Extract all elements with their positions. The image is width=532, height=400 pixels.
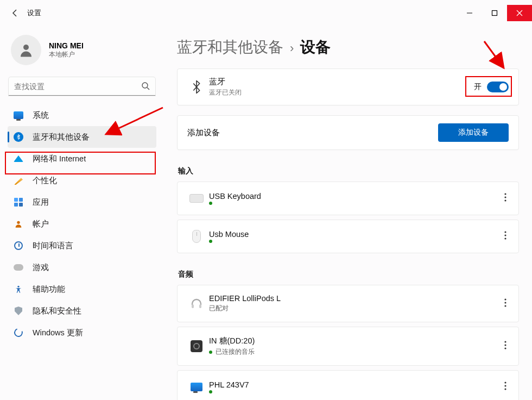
add-device-label: 添加设备 bbox=[187, 128, 220, 138]
svg-rect-13 bbox=[192, 304, 194, 308]
minimize-button[interactable] bbox=[457, 5, 482, 21]
avatar bbox=[11, 35, 41, 65]
more-button[interactable] bbox=[502, 379, 509, 395]
svg-point-17 bbox=[504, 305, 506, 307]
more-button[interactable] bbox=[502, 229, 509, 244]
breadcrumb-parent[interactable]: 蓝牙和其他设备 bbox=[177, 37, 283, 58]
sidebar-item-label: 时间和语言 bbox=[33, 241, 73, 251]
account-type: 本地帐户 bbox=[49, 50, 84, 59]
headphones-icon bbox=[187, 297, 206, 310]
add-device-button[interactable]: 添加设备 bbox=[438, 123, 509, 142]
svg-point-18 bbox=[504, 341, 506, 342]
minimize-icon bbox=[466, 10, 473, 16]
more-vertical-icon bbox=[504, 231, 506, 240]
svg-rect-14 bbox=[199, 304, 201, 308]
status-dot-icon bbox=[209, 240, 212, 243]
nav-list: 系统 蓝牙和其他设备 网络和 Internet 个性化 应用 帐户 bbox=[8, 104, 156, 343]
sidebar-item-label: Windows 更新 bbox=[33, 328, 83, 338]
sidebar-item-gaming[interactable]: 游戏 bbox=[8, 257, 156, 278]
close-button[interactable] bbox=[507, 5, 532, 21]
device-row-mouse[interactable]: Usb Mouse bbox=[177, 220, 519, 253]
svg-point-12 bbox=[504, 238, 506, 239]
more-button[interactable] bbox=[502, 296, 509, 311]
search-box[interactable] bbox=[9, 77, 155, 96]
gamepad-icon bbox=[13, 264, 24, 271]
bluetooth-card: 蓝牙 蓝牙已关闭 开 bbox=[177, 68, 519, 105]
status-dot-icon bbox=[209, 351, 212, 354]
sidebar-item-accessibility[interactable]: 辅助功能 bbox=[8, 278, 156, 300]
more-vertical-icon bbox=[504, 298, 506, 307]
maximize-icon bbox=[491, 10, 498, 16]
shield-icon bbox=[13, 307, 24, 315]
chevron-right-icon: › bbox=[290, 41, 294, 55]
keyboard-icon bbox=[187, 194, 206, 203]
sidebar-item-apps[interactable]: 应用 bbox=[8, 191, 156, 213]
sidebar-item-label: 帐户 bbox=[33, 219, 49, 229]
svg-point-21 bbox=[504, 382, 506, 383]
back-button[interactable] bbox=[7, 4, 24, 22]
device-row-headphones[interactable]: EDIFIER LolliPods L 已配对 bbox=[177, 285, 519, 322]
section-audio-label: 音频 bbox=[178, 270, 519, 279]
svg-point-3 bbox=[142, 83, 148, 88]
sidebar-item-system[interactable]: 系统 bbox=[8, 104, 156, 126]
device-sub: 已连接的音乐 bbox=[216, 347, 255, 357]
device-name: IN 糖(DD:20) bbox=[209, 336, 502, 346]
wifi-icon bbox=[13, 155, 24, 162]
svg-point-20 bbox=[504, 347, 506, 349]
breadcrumb-current: 设备 bbox=[300, 37, 331, 58]
bluetooth-title: 蓝牙 bbox=[209, 77, 474, 87]
sidebar-item-label: 个性化 bbox=[33, 176, 57, 186]
monitor-icon bbox=[13, 111, 24, 119]
svg-rect-1 bbox=[492, 11, 497, 16]
sidebar-item-label: 辅助功能 bbox=[33, 284, 65, 295]
sidebar-item-accounts[interactable]: 帐户 bbox=[8, 213, 156, 235]
user-icon bbox=[18, 42, 34, 58]
device-name: EDIFIER LolliPods L bbox=[209, 294, 502, 303]
device-row-speaker[interactable]: IN 糖(DD:20) 已连接的音乐 bbox=[177, 327, 519, 366]
svg-point-22 bbox=[504, 385, 506, 386]
svg-point-23 bbox=[504, 388, 506, 390]
more-vertical-icon bbox=[504, 382, 506, 390]
more-vertical-icon bbox=[504, 341, 506, 349]
sidebar-item-privacy[interactable]: 隐私和安全性 bbox=[8, 300, 156, 322]
sidebar-item-label: 蓝牙和其他设备 bbox=[33, 132, 90, 142]
search-input[interactable] bbox=[9, 77, 155, 96]
sidebar-item-label: 网络和 Internet bbox=[33, 154, 86, 164]
sidebar-item-label: 系统 bbox=[33, 110, 49, 121]
device-row-keyboard[interactable]: USB Keyboard bbox=[177, 182, 519, 215]
maximize-button[interactable] bbox=[482, 5, 507, 21]
sidebar-item-bluetooth[interactable]: 蓝牙和其他设备 bbox=[8, 126, 156, 148]
bluetooth-icon bbox=[187, 80, 206, 94]
bluetooth-status: 蓝牙已关闭 bbox=[209, 88, 474, 97]
sidebar: NING MEI 本地帐户 系统 蓝牙和其他设备 网络和 Internet bbox=[0, 26, 163, 400]
add-device-card: 添加设备 添加设备 bbox=[177, 115, 519, 150]
apps-icon bbox=[13, 198, 24, 207]
device-row-display[interactable]: PHL 243V7 bbox=[177, 370, 519, 400]
sidebar-item-update[interactable]: Windows 更新 bbox=[8, 322, 156, 343]
title-bar: 设置 bbox=[0, 0, 532, 26]
sidebar-item-personalization[interactable]: 个性化 bbox=[8, 170, 156, 191]
sidebar-item-network[interactable]: 网络和 Internet bbox=[8, 148, 156, 170]
svg-point-5 bbox=[17, 221, 20, 224]
svg-point-7 bbox=[504, 193, 506, 195]
main-content: 蓝牙和其他设备 › 设备 蓝牙 蓝牙已关闭 开 添加设备 添加设备 输入 bbox=[163, 26, 532, 400]
more-button[interactable] bbox=[502, 191, 509, 206]
mouse-icon bbox=[187, 230, 206, 243]
annotation-highlight-toggle bbox=[465, 76, 512, 97]
search-icon bbox=[141, 82, 150, 92]
brush-icon bbox=[13, 176, 24, 185]
device-name: PHL 243V7 bbox=[209, 380, 502, 389]
sidebar-item-label: 隐私和安全性 bbox=[33, 306, 81, 316]
device-name: Usb Mouse bbox=[209, 230, 502, 239]
svg-point-2 bbox=[23, 45, 29, 50]
speaker-icon bbox=[187, 340, 206, 352]
status-dot-icon bbox=[209, 202, 212, 205]
svg-point-16 bbox=[504, 302, 506, 303]
status-dot-icon bbox=[209, 390, 212, 393]
clock-icon bbox=[13, 241, 24, 250]
user-icon bbox=[13, 220, 24, 228]
account-block[interactable]: NING MEI 本地帐户 bbox=[8, 30, 156, 77]
more-button[interactable] bbox=[502, 339, 509, 354]
sidebar-item-time-language[interactable]: 时间和语言 bbox=[8, 235, 156, 257]
svg-point-19 bbox=[504, 344, 506, 346]
